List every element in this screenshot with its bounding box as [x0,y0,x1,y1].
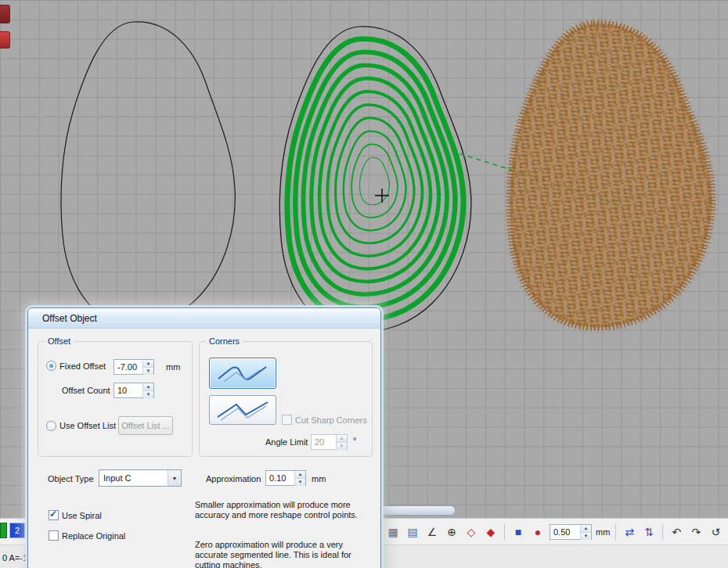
object-type-select[interactable]: Input C ▼ [99,469,182,487]
dialog-title: Offset Object [42,313,97,324]
origin-icon[interactable]: ⊕ [444,523,460,541]
left-toolbar-partial-icon-2[interactable] [0,31,10,49]
approximation-unit: mm [312,474,326,484]
rotate-cw-icon[interactable]: ↷ [688,523,704,541]
offset-object-dialog: Offset Object Offset Fixed Offset -7.00 … [27,307,381,568]
approximation-spinner[interactable]: ▲▼ [294,471,305,485]
use-offset-list-label: Use Offset List [59,421,116,430]
approximation-note-1: Smaller approximation will produce more … [195,500,373,520]
offset-count-spinner[interactable]: ▲▼ [142,383,153,397]
stitch-edit-icon[interactable]: ◆ [483,523,499,541]
offset-group: Offset Fixed Offset -7.00 ▲▼ mm Offset C… [38,341,193,457]
angle-limit-spinner: ▲▼ [336,435,347,449]
offset-loop [327,105,422,256]
template-icon[interactable]: ▤ [405,523,420,541]
toolbar-separator [504,523,505,541]
fixed-offset-radio[interactable] [46,361,56,371]
offset-loop [351,144,398,217]
rotate-ccw-icon[interactable]: ↶ [669,523,684,541]
stitch-width-value: 0.50 [550,525,580,539]
spin-up-icon: ▲ [337,435,347,443]
measure-icon[interactable]: ∠ [424,523,440,541]
offset-list-button: Offset List ... [118,416,173,435]
approximation-note-2: Zero approximation will produce a very a… [195,540,373,568]
radio-dot-icon [49,364,53,368]
angle-limit-label: Angle Limit [265,437,308,447]
sharp-corner-button[interactable] [209,395,276,425]
palette-item-selected[interactable]: 2 [9,523,25,538]
object-type-value: Input C [99,470,168,486]
approximation-input[interactable]: 0.10 ▲▼ [265,470,306,486]
offset-list-button-label: Offset List ... [121,421,170,430]
fixed-offset-spinner[interactable]: ▲▼ [142,360,153,374]
outline-shape[interactable] [61,22,235,325]
use-spiral-label: Use Spiral [62,511,102,520]
spin-down-icon[interactable]: ▼ [295,479,305,486]
object-type-label: Object Type [48,474,94,484]
rotate-reset-icon[interactable]: ↺ [708,523,723,541]
spin-up-icon[interactable]: ▲ [295,471,305,479]
toolbar-separator [615,523,616,541]
offset-loop [360,157,390,205]
flip-vertical-icon[interactable]: ⇅ [641,523,657,541]
fixed-offset-label: Fixed Offset [59,361,106,371]
stitch-width-input[interactable]: 0.50 ▲▼ [550,524,592,540]
offset-count-input[interactable]: 10 ▲▼ [114,383,154,398]
check-icon: ✓ [49,509,57,519]
fixed-offset-value: -7.00 [114,360,142,374]
stitched-shape[interactable] [510,23,712,328]
cut-sharp-corners-checkbox [282,415,292,425]
replace-original-checkbox[interactable] [49,530,59,541]
spin-down-icon[interactable]: ▼ [581,533,591,540]
crosshair-cursor-icon [375,189,389,203]
transform-toolbar: ▦ ▤ ∠ ⊕ ◇ ◆ ■ ● 0.50 ▲▼ mm ⇄ ⇅ ↶ ↷ ↺ [385,522,723,542]
spiral-outline-path [279,27,471,333]
stitch-width-spinner[interactable]: ▲▼ [580,525,591,539]
reshape-icon[interactable]: ◇ [463,523,479,541]
color-palette: 2 [0,523,25,538]
spin-down-icon[interactable]: ▼ [143,368,153,375]
stitch-width-unit: mm [596,527,610,537]
app-window: 2 ▦ ▤ ∠ ⊕ ◇ ◆ ■ ● 0.50 ▲▼ mm ⇄ ⇅ ↶ ↷ ↺ [0,0,728,568]
cut-sharp-corners-label: Cut Sharp Corners [295,415,367,425]
fixed-offset-unit: mm [166,362,180,372]
palette-color-green[interactable] [0,523,7,538]
chevron-down-icon[interactable]: ▼ [168,470,181,486]
node-square-icon[interactable]: ■ [510,523,526,541]
angle-limit-unit: ° [353,436,356,445]
corners-group: Corners Cut Sharp Corners Angle Limit 20… [199,341,373,457]
rounded-corner-icon [214,362,271,384]
use-spiral-checkbox[interactable]: ✓ [49,510,59,520]
dialog-titlebar[interactable]: Offset Object [28,308,380,329]
offset-spiral-shape[interactable] [279,27,471,333]
angle-limit-value: 20 [312,435,336,449]
spin-up-icon[interactable]: ▲ [143,383,153,391]
node-circle-icon[interactable]: ● [530,523,546,541]
sharp-corner-icon [214,399,271,421]
replace-original-label: Replace Original [62,531,125,541]
offset-group-label: Offset [45,336,74,346]
approximation-label: Approximation [206,474,261,484]
use-offset-list-radio[interactable] [46,421,56,431]
offset-count-value: 10 [114,383,142,397]
spin-down-icon: ▼ [337,443,347,450]
offset-loop [336,118,414,243]
outline-shape-path [61,22,235,325]
corners-group-label: Corners [206,336,243,346]
spin-up-icon[interactable]: ▲ [143,360,153,368]
horizontal-scrollbar-thumb[interactable] [374,505,456,516]
left-toolbar-partial-icon-1[interactable] [0,5,10,23]
toolbar-separator [662,523,663,541]
angle-limit-input: 20 ▲▼ [311,434,348,450]
spin-down-icon[interactable]: ▼ [143,391,153,398]
spin-up-icon[interactable]: ▲ [581,525,591,533]
grid-icon[interactable]: ▦ [385,523,401,541]
rounded-corner-button[interactable] [209,358,276,389]
approximation-value: 0.10 [266,471,294,485]
flip-horizontal-icon[interactable]: ⇄ [622,523,637,541]
offset-count-label: Offset Count [62,386,110,395]
fixed-offset-input[interactable]: -7.00 ▲▼ [114,359,154,375]
